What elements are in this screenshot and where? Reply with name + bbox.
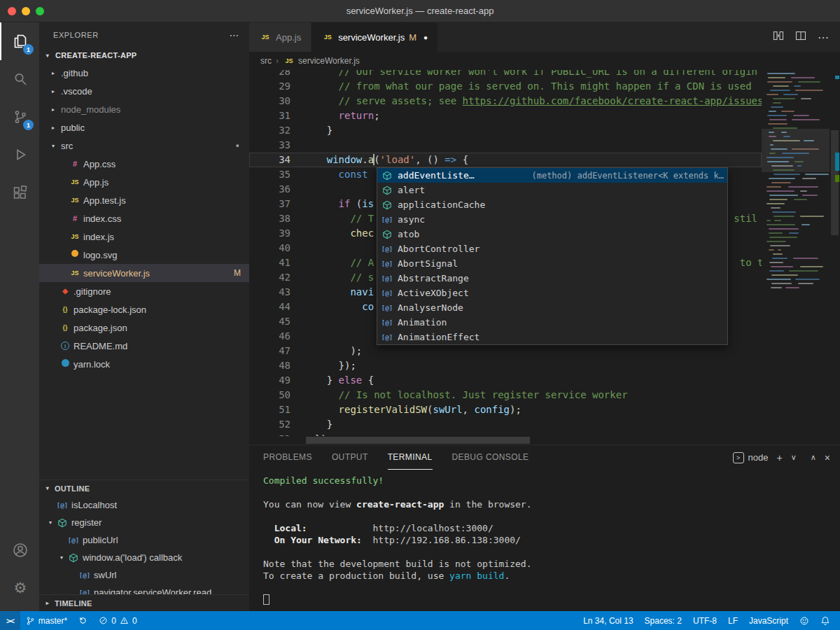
chevron-down-icon[interactable]: ▾: [42, 485, 53, 491]
terminal-output[interactable]: Compiled successfully!You can now view c…: [249, 470, 840, 611]
language-mode-item[interactable]: JavaScript: [743, 611, 794, 630]
code-line[interactable]: 33: [249, 138, 762, 153]
chevron-right-icon[interactable]: ▸: [48, 70, 59, 76]
project-root-row[interactable]: ▾ CREATE-REACT-APP: [39, 47, 249, 64]
activity-item-explorer[interactable]: 1: [0, 22, 39, 60]
code-line[interactable]: 30 // serve assets; see https://github.c…: [249, 94, 762, 108]
breadcrumb-item[interactable]: JSserviceWorker.js: [283, 56, 360, 66]
activity-item-account[interactable]: [0, 531, 39, 569]
activity-item-run-debug[interactable]: [0, 136, 39, 174]
suggestion-item[interactable]: addEventListe…(method) addEventListener<…: [377, 168, 727, 183]
code-line[interactable]: 31 return;: [249, 108, 762, 123]
file-row[interactable]: yarn.lock: [39, 355, 249, 373]
code-line[interactable]: 28 // Our service worker won't work if P…: [249, 70, 762, 79]
activity-item-source-control[interactable]: 1: [0, 98, 39, 136]
folder-row[interactable]: ▸node_modules: [39, 100, 249, 118]
feedback-smiley-icon[interactable]: [794, 611, 815, 630]
new-terminal-icon[interactable]: +: [777, 452, 783, 463]
indentation-item[interactable]: Spaces: 2: [639, 611, 687, 630]
suggestion-item[interactable]: alert: [377, 183, 727, 197]
activity-item-settings[interactable]: ⚙: [0, 569, 39, 607]
panel-tab-terminal[interactable]: TERMINAL: [388, 445, 433, 470]
close-window-button[interactable]: [8, 7, 16, 15]
panel-tab-debug-console[interactable]: DEBUG CONSOLE: [452, 445, 529, 470]
code-line[interactable]: 48 });: [249, 358, 762, 373]
folder-row[interactable]: ▸.vscode: [39, 82, 249, 100]
code-line[interactable]: 52 }: [249, 417, 762, 432]
minimap[interactable]: [762, 70, 830, 436]
folder-row[interactable]: ▸.github: [39, 64, 249, 82]
suggestion-item[interactable]: [@]async: [377, 212, 727, 227]
suggestion-item[interactable]: atob: [377, 227, 727, 241]
close-panel-icon[interactable]: ×: [825, 452, 830, 463]
suggestion-item[interactable]: [@]AbstractRange: [377, 271, 727, 286]
file-row[interactable]: {}package.json: [39, 318, 249, 337]
terminal-shell-selector[interactable]: > node: [733, 452, 769, 463]
code-line[interactable]: 49 } else {: [249, 373, 762, 388]
outline-header[interactable]: ▾ OUTLINE: [39, 479, 249, 496]
chevron-down-icon[interactable]: ▾: [45, 519, 56, 526]
panel-tab-output[interactable]: OUTPUT: [332, 445, 368, 470]
file-row[interactable]: {}package-lock.json: [39, 300, 249, 318]
file-row[interactable]: logo.svg: [39, 246, 249, 264]
outline-item[interactable]: [@]publicUrl: [39, 531, 249, 549]
activity-item-search[interactable]: [0, 60, 39, 98]
horizontal-scrollbar-thumb[interactable]: [306, 437, 530, 444]
code-line[interactable]: 50 // Is not localhost. Just register se…: [249, 388, 762, 402]
encoding-item[interactable]: UTF-8: [687, 611, 722, 630]
code-line[interactable]: 29 // from what our page is served on. T…: [249, 79, 762, 94]
file-row[interactable]: JSApp.js: [39, 173, 249, 191]
file-row[interactable]: #index.css: [39, 209, 249, 227]
code-line[interactable]: 51 registerValidSW(swUrl, config);: [249, 402, 762, 417]
outline-item[interactable]: [@]isLocalhost: [39, 496, 249, 514]
suggestion-item[interactable]: applicationCache: [377, 197, 727, 212]
chevron-right-icon[interactable]: ▸: [48, 125, 59, 131]
git-branch-item[interactable]: master*: [20, 611, 73, 630]
timeline-header[interactable]: ▸ TIMELINE: [39, 594, 249, 611]
split-editor-icon[interactable]: [795, 30, 806, 44]
open-changes-icon[interactable]: [773, 30, 784, 44]
outline-item[interactable]: [@]swUrl: [39, 566, 249, 584]
folder-row[interactable]: ▾src●: [39, 136, 249, 155]
suggestion-item[interactable]: [@]AnalyserNode: [377, 300, 727, 315]
editor-tab-App.js[interactable]: JSApp.js: [249, 22, 312, 52]
vertical-scrollbar-thumb[interactable]: [831, 130, 839, 235]
minimize-window-button[interactable]: [22, 7, 30, 15]
file-row[interactable]: #App.css: [39, 155, 249, 173]
suggestion-item[interactable]: [@]AbortSignal: [377, 256, 727, 271]
notifications-bell-icon[interactable]: [815, 611, 836, 630]
suggestion-item[interactable]: [@]AbortController: [377, 241, 727, 256]
file-row[interactable]: JSindex.js: [39, 227, 249, 246]
suggestion-item[interactable]: [@]ActiveXObject: [377, 286, 727, 300]
chevron-down-icon[interactable]: ▾: [42, 52, 53, 59]
breadcrumb-item[interactable]: src: [260, 56, 272, 66]
zoom-window-button[interactable]: [36, 7, 44, 15]
cursor-position-item[interactable]: Ln 34, Col 13: [578, 611, 638, 630]
sync-changes-button[interactable]: [73, 611, 93, 630]
file-row[interactable]: iREADME.md: [39, 337, 249, 355]
code-line[interactable]: 47 );: [249, 344, 762, 358]
problems-item[interactable]: 0 0: [93, 611, 142, 630]
folder-row[interactable]: ▸public: [39, 118, 249, 136]
horizontal-scrollbar[interactable]: [303, 436, 762, 444]
chevron-right-icon[interactable]: ▸: [42, 600, 53, 606]
activity-item-extensions[interactable]: [0, 174, 39, 211]
outline-item[interactable]: ▾window.a('load') callback: [39, 549, 249, 566]
explorer-more-actions-icon[interactable]: ⋯: [229, 29, 239, 41]
suggestion-item[interactable]: [@]Animation: [377, 315, 727, 330]
vertical-scrollbar[interactable]: [830, 70, 840, 436]
panel-tab-problems[interactable]: PROBLEMS: [263, 445, 312, 470]
terminal-dropdown-chevron-icon[interactable]: ∨: [791, 453, 797, 462]
file-row[interactable]: JSserviceWorker.jsM: [39, 264, 249, 282]
chevron-right-icon[interactable]: ▸: [48, 88, 59, 94]
file-row[interactable]: JSApp.test.js: [39, 191, 249, 209]
suggestion-item[interactable]: [@]AnimationEffect: [377, 330, 727, 344]
code-editor[interactable]: 28 // Our service worker won't work if P…: [249, 70, 840, 444]
chevron-right-icon[interactable]: ▸: [48, 106, 59, 113]
code-line[interactable]: 32 }: [249, 123, 762, 138]
maximize-panel-icon[interactable]: ∧: [811, 453, 816, 462]
chevron-down-icon[interactable]: ▾: [48, 143, 59, 149]
outline-item[interactable]: [@]navigator.serviceWorker.read: [39, 584, 249, 594]
remote-indicator[interactable]: ><: [0, 611, 20, 630]
eol-item[interactable]: LF: [722, 611, 743, 630]
